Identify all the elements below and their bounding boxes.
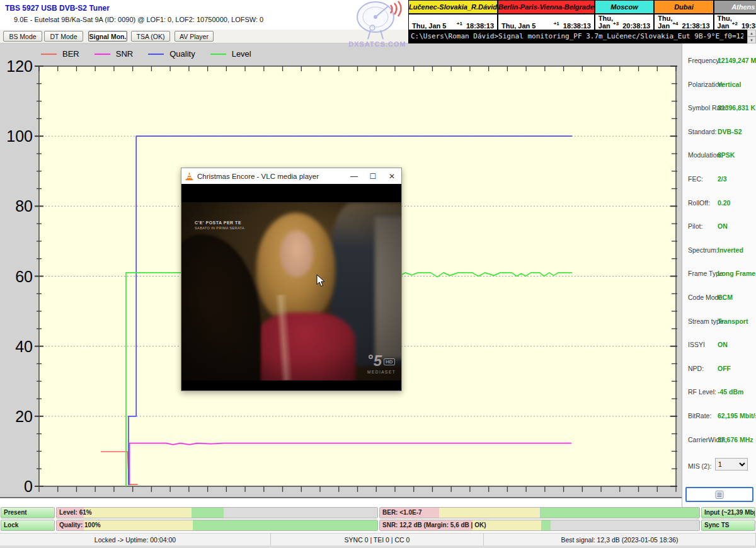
tab-signal-mon-[interactable]: Signal Mon. <box>88 31 127 42</box>
monitor-row-1: LockQuality: 100%SNR: 12,2 dB (Margin: 5… <box>1 520 755 531</box>
param-label-5: FEC: <box>688 175 703 183</box>
status-section-1: SYNC 0 | TEI 0 | CC 0 <box>271 534 484 545</box>
vlc-window-title: Christmas Encore - VLC media player <box>197 173 319 180</box>
clock-time-value: 20:38:13 <box>622 22 650 30</box>
clock-utc-offset: +3 <box>613 21 619 26</box>
bar-label: BER: <1.0E-7 <box>382 509 422 516</box>
gauge-level: Level: 61% <box>56 507 378 518</box>
gauge-segment-2 <box>540 508 700 518</box>
console-window[interactable]: C:\Users\Roman Dávid>Signal monitoring_P… <box>408 30 756 43</box>
gauge-segment-3 <box>551 520 699 530</box>
clock-time-value: 21:38:13 <box>682 22 710 30</box>
gauge-segment-2 <box>192 508 224 518</box>
gauge-ber: BER: <1.0E-7 <box>379 507 700 518</box>
param-label-15: BitRate: <box>688 412 711 420</box>
vlc-window[interactable]: Christmas Encore - VLC media player — ☐ … <box>181 168 402 391</box>
gauge-snr: SNR: 12,2 dB (Margin: 5,6 dB | OK) <box>379 520 700 531</box>
param-value-3: DVB-S2 <box>718 128 742 135</box>
transponder-params-sidebar: MIS (2): 1 Frequency:12149,247 MHzPolari… <box>682 43 756 507</box>
gauge-segment-2 <box>541 520 551 530</box>
y-axis-label-100: 100 <box>1 128 33 144</box>
console-scrollbar[interactable]: ▲ ▼ <box>747 30 756 43</box>
tab-av-player[interactable]: AV Player <box>175 31 214 42</box>
bar-label: Sync TS <box>704 522 729 528</box>
param-value-1: Vertical <box>718 81 741 88</box>
param-label-13: NPD: <box>688 365 704 372</box>
series-ber <box>101 452 138 484</box>
statusbar: Locked -> Uptime: 00:04:00SYNC 0 | TEI 0… <box>0 533 756 545</box>
overlay-line-2: SABATO IN PRIMA SERATA <box>195 226 244 230</box>
y-axis-label-0: 0 <box>1 478 33 494</box>
param-value-11: Transport <box>718 317 748 325</box>
status-section-0: Locked -> Uptime: 00:04:00 <box>0 534 271 545</box>
logo-ring-icon <box>369 355 373 359</box>
param-label-7: Pilot: <box>688 222 702 230</box>
clock-city-label: Dubai <box>655 1 713 13</box>
scroll-down-icon[interactable]: ▼ <box>747 37 756 43</box>
bar-label: Input (~21,39 Mbps) <box>704 509 755 516</box>
chart-legend: BERSNRQualityLevel <box>41 49 266 59</box>
param-value-4: 8PSK <box>718 151 735 159</box>
gauge-segment-3 <box>224 508 377 518</box>
legend-item-level: Level <box>210 49 251 59</box>
scroll-up-icon[interactable]: ▲ <box>747 30 756 37</box>
status-flag-input: Input (~21,39 Mbps) <box>701 507 755 518</box>
tab-bs-mode[interactable]: BS Mode <box>3 31 42 42</box>
clock-utc-offset: +4 <box>672 21 678 26</box>
minimize-button[interactable]: — <box>345 168 364 184</box>
logo-brand: MEDIASET <box>367 370 396 374</box>
param-label-8: Spectrum: <box>688 246 718 254</box>
param-value-15: 62,195 Mbit/s <box>718 412 756 420</box>
mis-label: MIS (2): <box>688 462 711 470</box>
status-section-2: Best signal: 12,3 dB (2023-01-05 18:36) <box>484 534 756 545</box>
stream-list-button[interactable] <box>685 487 753 502</box>
y-axis-label-80: 80 <box>1 198 33 214</box>
y-axis-label-20: 20 <box>1 408 33 425</box>
legend-swatch-level <box>210 54 226 55</box>
vlc-video-area[interactable]: C'E' POSTA PER TE SABATO IN PRIMA SERATA… <box>181 184 401 391</box>
param-value-14: -45 dBm <box>718 388 743 396</box>
param-value-2: 31396,831 KS/s <box>718 104 756 111</box>
param-value-12: ON <box>718 341 728 348</box>
gauge-quality: Quality: 100% <box>56 520 378 531</box>
mouse-cursor-icon <box>316 274 325 287</box>
world-clocks-panel: Lučenec-Slovakia_R.DávidThu, Jan 5+118:3… <box>408 0 756 30</box>
mis-select[interactable]: 1 <box>715 458 748 471</box>
legend-item-ber: BER <box>41 49 79 59</box>
legend-swatch-quality <box>148 54 164 55</box>
legend-label-level: Level <box>232 49 251 59</box>
logo-channel-number: 5 <box>374 353 382 368</box>
bar-label: Level: 61% <box>59 509 92 516</box>
legend-item-snr: SNR <box>94 49 133 59</box>
tab-tsa-ok-[interactable]: TSA (OK) <box>131 31 170 42</box>
bar-label: Quality: 100% <box>59 522 101 528</box>
clock-city-label: Lučenec-Slovakia_R.Dávid <box>409 1 497 13</box>
clock-city-label: Berlin-Paris-Vienna-Belgrade <box>498 1 594 13</box>
signal-status-bars: PresentLevel: 61%BER: <1.0E-7Input (~21,… <box>1 507 755 532</box>
clock-city-label: Athens <box>714 1 756 13</box>
y-axis-label-40: 40 <box>1 338 33 355</box>
maximize-button[interactable]: ☐ <box>364 168 382 184</box>
status-flag-lock: Lock <box>1 520 55 531</box>
param-label-0: Frequency: <box>688 57 721 64</box>
gauge-segment-2 <box>193 520 377 530</box>
gauge-segment-1 <box>84 508 192 518</box>
tuner-subtitle: 9.0E - Eutelsat 9B/Ka-Sat 9A (ID: 0090) … <box>14 16 263 23</box>
bar-label: SNR: 12,2 dB (Margin: 5,6 dB | OK) <box>382 522 486 528</box>
clock-date: Thu, Jan 5 <box>501 22 554 30</box>
param-value-7: ON <box>718 222 728 230</box>
status-flag-sync: Sync TS <box>701 520 755 531</box>
hd-badge: HD <box>384 358 395 365</box>
param-value-0: 12149,247 MHz <box>718 57 756 64</box>
legend-label-quality: Quality <box>169 49 195 59</box>
app-title: TBS 5927 USB DVB-S2 Tuner <box>5 4 110 13</box>
param-label-14: RF Level: <box>688 388 716 396</box>
y-axis-label-60: 60 <box>1 268 33 285</box>
console-command-text: C:\Users\Roman Dávid>Signal monitoring_P… <box>411 32 743 40</box>
monitor-row-0: PresentLevel: 61%BER: <1.0E-7Input (~21,… <box>1 507 755 518</box>
param-value-8: Inverted <box>718 246 743 254</box>
close-button[interactable]: ✕ <box>382 168 401 184</box>
clock-time-value: 18:38:13 <box>466 22 494 30</box>
vlc-titlebar[interactable]: Christmas Encore - VLC media player — ☐ … <box>181 168 401 184</box>
tab-dt-mode[interactable]: DT Mode <box>44 31 83 42</box>
